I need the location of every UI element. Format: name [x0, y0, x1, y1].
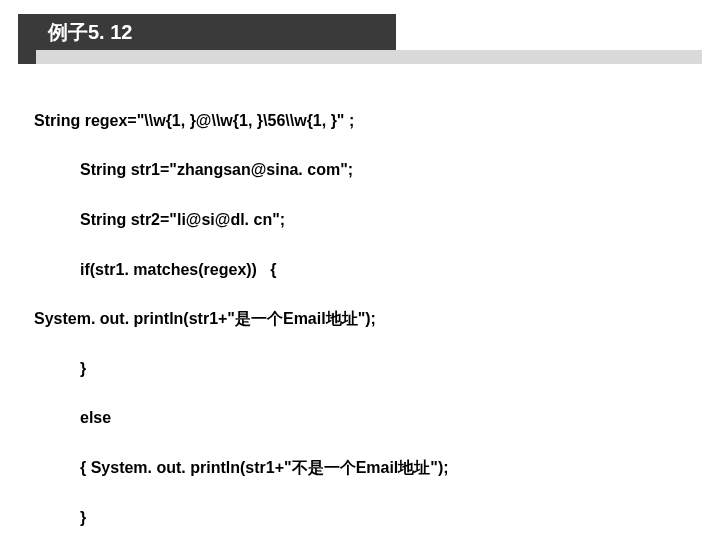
code-line: }	[34, 357, 686, 382]
code-line: String regex="\\w{1, }@\\w{1, }\56\\w{1,…	[34, 109, 686, 134]
code-line: if(str1. matches(regex)) {	[34, 258, 686, 283]
slide-title: 例子5. 12	[36, 14, 396, 50]
slide-header: 例子5. 12	[0, 0, 720, 60]
code-line: { System. out. println(str1+"不是一个Email地址…	[34, 456, 686, 481]
code-line: else	[34, 406, 686, 431]
code-line: System. out. println(str1+"是一个Email地址");	[34, 307, 686, 332]
code-line: String str1="zhangsan@sina. com";	[34, 158, 686, 183]
header-accent	[18, 14, 36, 64]
code-block: String regex="\\w{1, }@\\w{1, }\56\\w{1,…	[0, 60, 720, 540]
code-line: }	[34, 506, 686, 531]
code-line: String str2="li@si@dl. cn";	[34, 208, 686, 233]
